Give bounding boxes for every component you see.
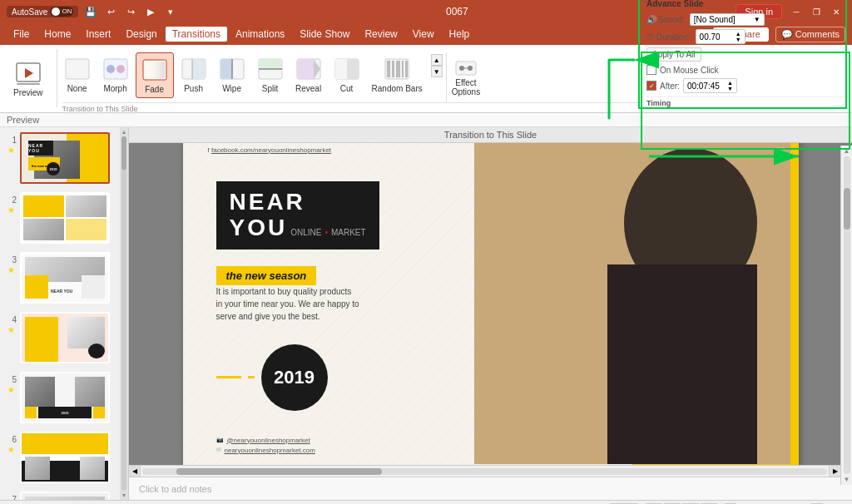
slide-image-3[interactable]: NEAR YOU bbox=[20, 252, 110, 304]
menu-animations[interactable]: Animations bbox=[229, 27, 291, 42]
reveal-icon bbox=[295, 56, 322, 82]
slide-image-1[interactable]: NEAR YOU the new season 2019 bbox=[20, 132, 110, 184]
slide-image-2[interactable] bbox=[20, 192, 110, 244]
main-vscroll-thumb[interactable] bbox=[844, 188, 850, 230]
file-name: 0067 bbox=[446, 6, 468, 17]
ribbon-scroll-up[interactable]: ▲ bbox=[431, 54, 443, 66]
menu-file[interactable]: File bbox=[7, 27, 36, 42]
slide-thumb-4[interactable]: 4 ★ bbox=[3, 310, 125, 365]
transition-split[interactable]: Split bbox=[252, 52, 289, 96]
scroll-thumb[interactable] bbox=[121, 136, 126, 170]
duration-spinner[interactable]: ▲ ▼ bbox=[736, 31, 741, 42]
on-mouse-click-row: On Mouse Click bbox=[646, 65, 845, 75]
transition-none[interactable]: None bbox=[59, 52, 96, 96]
undo-icon[interactable]: ↩ bbox=[103, 4, 118, 19]
slide-canvas[interactable]: f facebook.com/nearyouonlineshopmarket ♡… bbox=[183, 143, 799, 465]
apply-to-all-button[interactable]: Apply To All bbox=[646, 47, 701, 62]
slide-thumb-5[interactable]: 5 ★ 2019 bbox=[3, 370, 125, 425]
duration-down[interactable]: ▼ bbox=[736, 37, 741, 42]
main-vscroll-up[interactable]: ▲ bbox=[844, 147, 850, 155]
transition-morph[interactable]: Morph bbox=[97, 52, 134, 96]
slide-thumb-1[interactable]: 1 ★ NEAR YOU the new season 2019 bbox=[3, 131, 125, 185]
menu-review[interactable]: Review bbox=[358, 27, 404, 42]
redo-icon[interactable]: ↪ bbox=[123, 4, 138, 19]
title-you: YOU bbox=[230, 215, 288, 241]
transition-cut[interactable]: Cut bbox=[329, 52, 365, 96]
transition-fade[interactable]: Fade bbox=[136, 52, 174, 98]
slide-star-5: ★ bbox=[7, 385, 15, 394]
on-mouse-click-checkbox[interactable] bbox=[646, 65, 656, 75]
main-vscroll[interactable]: ▲ ▼ bbox=[840, 146, 852, 485]
slide-notes[interactable]: Click to add notes bbox=[129, 477, 852, 500]
menu-home[interactable]: Home bbox=[37, 27, 77, 42]
autosave-toggle[interactable]: ON bbox=[50, 7, 73, 17]
slide-image-5[interactable]: 2019 bbox=[20, 372, 110, 423]
slide-thumb-7[interactable]: 7 bbox=[3, 490, 125, 500]
sound-icon-label: 🔊 Sound: bbox=[646, 15, 685, 24]
slide-number-4: 4 bbox=[5, 315, 17, 324]
slide-thumb-6[interactable]: 6 ★ bbox=[3, 430, 125, 485]
slide-number-5: 5 bbox=[5, 375, 17, 384]
effect-options-button[interactable]: Effect Options bbox=[446, 52, 480, 102]
duration-input[interactable]: 00.70 ▲ ▼ bbox=[696, 29, 746, 44]
svg-point-5 bbox=[106, 65, 115, 73]
slide-image-6[interactable] bbox=[20, 432, 110, 483]
timing-label: Timing bbox=[646, 96, 845, 107]
menu-design[interactable]: Design bbox=[119, 27, 163, 42]
transition-reveal[interactable]: Reveal bbox=[290, 52, 327, 96]
on-mouse-click-label: On Mouse Click bbox=[660, 66, 719, 75]
main-hscroll[interactable]: ◀ ▶ bbox=[129, 465, 840, 477]
preview-button[interactable]: Preview bbox=[8, 57, 48, 101]
sound-dropdown[interactable]: [No Sound] ▼ bbox=[690, 13, 765, 26]
slide-thumb-3[interactable]: 3 ★ NEAR YOU bbox=[3, 250, 125, 305]
scroll-up-arrow[interactable]: ▲ bbox=[121, 129, 127, 135]
svg-rect-27 bbox=[396, 61, 400, 77]
slide-panel: 1 ★ NEAR YOU the new season 2019 bbox=[0, 127, 129, 500]
svg-rect-19 bbox=[297, 59, 314, 79]
slide-number-3: 3 bbox=[5, 255, 17, 264]
menu-slideshow[interactable]: Slide Show bbox=[293, 27, 356, 42]
hscroll-thumb[interactable] bbox=[176, 468, 382, 475]
wipe-label: Wipe bbox=[222, 84, 241, 93]
slide-image-4[interactable] bbox=[20, 312, 110, 363]
menu-help[interactable]: Help bbox=[443, 27, 477, 42]
hscroll-left[interactable]: ◀ bbox=[129, 466, 141, 477]
hscroll-right[interactable]: ▶ bbox=[829, 466, 840, 477]
svg-rect-10 bbox=[192, 59, 206, 79]
push-label: Push bbox=[184, 84, 203, 93]
subtitle-online: ONLINE bbox=[290, 228, 321, 237]
duration-up[interactable]: ▲ bbox=[736, 31, 741, 37]
after-spinner[interactable]: ▲ ▼ bbox=[727, 80, 733, 91]
more-icon[interactable]: ▾ bbox=[163, 4, 178, 19]
ribbon-scroll[interactable]: ▲ ▼ bbox=[429, 52, 444, 79]
year-circle: 2019 bbox=[261, 344, 328, 411]
slide-thumb-2[interactable]: 2 ★ bbox=[3, 190, 125, 245]
transition-wipe[interactable]: Wipe bbox=[214, 52, 250, 96]
after-down[interactable]: ▼ bbox=[727, 86, 733, 91]
social-2: ✉ nearyouonlineshopmarket.com bbox=[216, 447, 315, 454]
menu-view[interactable]: View bbox=[406, 27, 441, 42]
transition-random-bars[interactable]: Random Bars bbox=[367, 52, 428, 96]
svg-rect-29 bbox=[405, 61, 408, 77]
slide-number-6: 6 bbox=[5, 435, 17, 444]
slide-image-7[interactable] bbox=[20, 492, 110, 500]
main-vscroll-down[interactable]: ▼ bbox=[844, 476, 850, 483]
after-input[interactable]: 00:07:45 ▲ ▼ bbox=[683, 78, 737, 93]
preview-section-label: Preview bbox=[0, 113, 852, 127]
svg-rect-23 bbox=[347, 59, 359, 79]
menu-insert[interactable]: Insert bbox=[79, 27, 117, 42]
save-icon[interactable]: 💾 bbox=[83, 4, 98, 19]
after-checkbox[interactable]: ✓ bbox=[646, 81, 656, 91]
transition-push[interactable]: Push bbox=[176, 52, 212, 96]
scroll-down-arrow[interactable]: ▼ bbox=[121, 492, 127, 498]
split-label: Split bbox=[262, 84, 278, 93]
menu-transitions[interactable]: Transitions bbox=[166, 27, 227, 42]
present-icon[interactable]: ▶ bbox=[143, 4, 158, 19]
autosave-indicator[interactable]: AutoSave ON bbox=[7, 6, 78, 17]
after-up[interactable]: ▲ bbox=[727, 80, 733, 86]
ribbon-scroll-down[interactable]: ▼ bbox=[431, 66, 443, 77]
year-text: 2019 bbox=[274, 367, 315, 388]
effect-options-label: Effect Options bbox=[452, 78, 480, 96]
none-icon bbox=[64, 56, 91, 82]
slide-panel-scrollbar[interactable]: ▲ ▼ bbox=[120, 127, 128, 500]
